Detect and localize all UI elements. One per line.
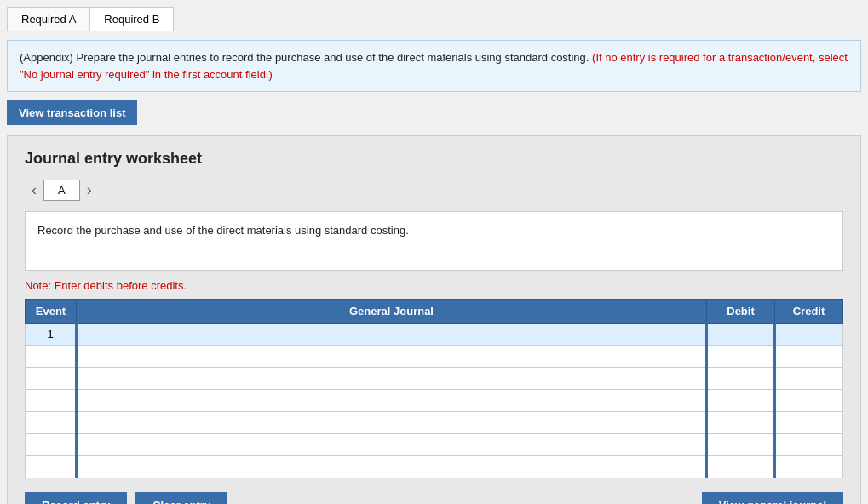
credit-input-6[interactable] <box>776 456 842 478</box>
debit-input-5[interactable] <box>708 434 773 455</box>
debit-input-1[interactable] <box>708 346 773 367</box>
main-tabs: Required A Required B <box>0 0 868 32</box>
table-row-gj-3[interactable] <box>77 390 707 412</box>
table-row-credit-2[interactable] <box>775 368 843 390</box>
table-row-event-5 <box>26 434 77 456</box>
buttons-row: Record entry Clear entry View general jo… <box>25 492 843 504</box>
table-row-gj-5[interactable] <box>77 434 707 456</box>
debit-input-3[interactable] <box>708 390 773 411</box>
col-header-credit: Credit <box>775 300 843 324</box>
col-header-event: Event <box>26 300 77 324</box>
gj-input-5[interactable] <box>78 434 705 455</box>
debit-input-2[interactable] <box>708 368 773 389</box>
table-row-debit-2[interactable] <box>707 368 775 390</box>
gj-input-1[interactable] <box>78 346 705 367</box>
info-text-main: (Appendix) Prepare the journal entries t… <box>20 51 592 64</box>
credit-input-3[interactable] <box>776 390 842 411</box>
table-row-debit-1[interactable] <box>707 346 775 368</box>
gj-input-4[interactable] <box>78 412 705 433</box>
credit-input-2[interactable] <box>776 368 842 389</box>
credit-input-5[interactable] <box>776 434 842 455</box>
debit-input-4[interactable] <box>708 412 773 433</box>
table-row-gj-6[interactable] <box>77 456 707 478</box>
table-row-credit-3[interactable] <box>775 390 843 412</box>
col-header-debit: Debit <box>707 300 775 324</box>
table-row-event-6 <box>26 456 77 478</box>
worksheet-container: Journal entry worksheet ‹ A › Record the… <box>7 135 861 504</box>
description-box: Record the purchase and use of the direc… <box>25 211 843 271</box>
table-row-event-0: 1 <box>26 324 77 346</box>
table-row-event-3 <box>26 390 77 412</box>
gj-input-0[interactable] <box>78 324 705 345</box>
credit-input-1[interactable] <box>776 346 842 367</box>
table-row-event-2 <box>26 368 77 390</box>
table-row-event-4 <box>26 412 77 434</box>
table-row-gj-4[interactable] <box>77 412 707 434</box>
table-row-debit-5[interactable] <box>707 434 775 456</box>
table-row-debit-6[interactable] <box>707 456 775 478</box>
table-row-credit-1[interactable] <box>775 346 843 368</box>
gj-input-2[interactable] <box>78 368 705 389</box>
view-transaction-button[interactable]: View transaction list <box>7 100 137 125</box>
prev-tab-button[interactable]: ‹ <box>25 181 43 199</box>
gj-input-3[interactable] <box>78 390 705 411</box>
view-general-journal-button[interactable]: View general journal <box>702 492 843 504</box>
debit-input-0[interactable] <box>708 324 773 345</box>
table-row-gj-2[interactable] <box>77 368 707 390</box>
info-box: (Appendix) Prepare the journal entries t… <box>7 40 861 92</box>
description-text: Record the purchase and use of the direc… <box>37 224 409 237</box>
table-row-credit-4[interactable] <box>775 412 843 434</box>
table-row-gj-0[interactable] <box>77 324 707 346</box>
credit-input-4[interactable] <box>776 412 842 433</box>
table-row-debit-4[interactable] <box>707 412 775 434</box>
record-entry-button[interactable]: Record entry <box>25 492 127 504</box>
table-row-credit-0[interactable] <box>775 324 843 346</box>
worksheet-tab-row: ‹ A › <box>25 180 843 201</box>
table-row-event-1 <box>26 346 77 368</box>
table-row-debit-0[interactable] <box>707 324 775 346</box>
tab-required-a[interactable]: Required A <box>7 7 89 32</box>
credit-input-0[interactable] <box>776 324 842 345</box>
debit-input-6[interactable] <box>708 456 773 478</box>
clear-entry-button[interactable]: Clear entry <box>135 492 227 504</box>
worksheet-title: Journal entry worksheet <box>25 150 843 168</box>
table-row-debit-3[interactable] <box>707 390 775 412</box>
journal-table: Event General Journal Debit Credit 1 <box>25 299 843 478</box>
tab-required-b[interactable]: Required B <box>89 7 174 32</box>
gj-input-6[interactable] <box>78 456 705 478</box>
next-tab-button[interactable]: › <box>80 181 99 199</box>
col-header-gj: General Journal <box>77 300 707 324</box>
table-row-credit-6[interactable] <box>775 456 843 478</box>
current-worksheet-tab[interactable]: A <box>43 180 80 201</box>
table-row-credit-5[interactable] <box>775 434 843 456</box>
note-text: Note: Enter debits before credits. <box>25 279 843 292</box>
table-row-gj-1[interactable] <box>77 346 707 368</box>
